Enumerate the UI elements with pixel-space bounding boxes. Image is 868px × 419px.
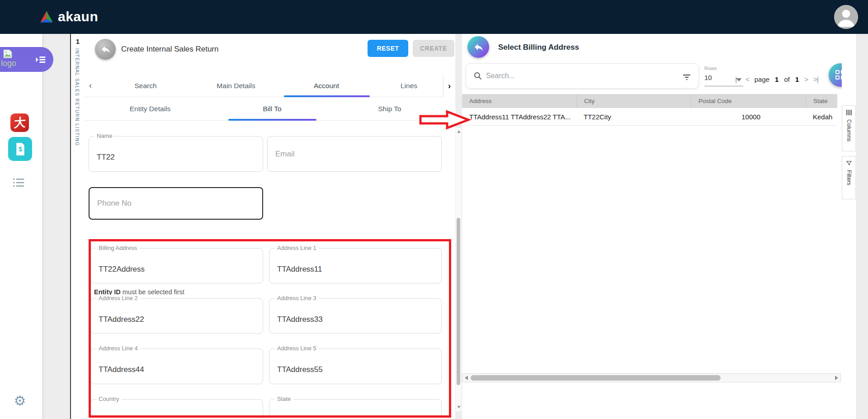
sidebar-item-listing[interactable] (12, 177, 26, 188)
sidebar-item-finance-app[interactable]: $ (8, 137, 32, 161)
column-header-state[interactable]: State (806, 94, 837, 108)
address-line-5-field[interactable]: Address Line 5 TTAddress55 (269, 348, 442, 384)
money-document-icon: $ (14, 141, 27, 157)
subtab-entity-details[interactable]: Entity Details (98, 97, 202, 121)
first-page-button[interactable]: |< (735, 75, 740, 83)
tabs-scroll-left-icon[interactable]: ‹ (89, 81, 92, 90)
menu-open-icon[interactable] (34, 53, 47, 66)
address-line-3-value: TTAddress33 (277, 315, 323, 324)
brand-logo[interactable]: akaun (39, 9, 98, 24)
picker-back-button[interactable] (467, 36, 489, 58)
address-line-2-field[interactable]: Address Line 2 TTAddress22 (90, 298, 263, 334)
billing-address-value: TT22Address (99, 265, 145, 274)
rows-label: Rows (704, 66, 717, 71)
billing-address-search (466, 63, 699, 89)
filter-list-icon[interactable] (681, 71, 692, 82)
column-header-city[interactable]: City (576, 94, 691, 108)
address-line-4-label: Address Line 4 (96, 345, 140, 352)
email-field[interactable]: Email (267, 136, 442, 172)
cell-address: TTAddress11 TTAddress22 TTA... (462, 113, 576, 121)
search-input[interactable] (486, 72, 658, 80)
back-arrow-icon (473, 42, 484, 52)
filters-tab-label: Filters (846, 170, 852, 185)
create-button[interactable]: CREATE (413, 40, 454, 57)
tab-main-details[interactable]: Main Details (193, 75, 279, 97)
filters-side-tab[interactable]: Filters (842, 156, 856, 199)
next-page-button[interactable]: > (804, 75, 808, 83)
address-line-1-value: TTAddress11 (277, 265, 322, 274)
table-header: Address City Postal Code State (462, 94, 837, 108)
address-line-1-label: Address Line 1 (275, 245, 319, 251)
last-page-button[interactable]: >| (813, 75, 818, 83)
name-field[interactable]: Name TT22 (89, 136, 263, 172)
akaun-triangle-icon (39, 10, 54, 24)
sidebar-item-red-app[interactable]: 大 (10, 113, 29, 132)
rows-value: 10 (704, 74, 712, 81)
user-avatar[interactable] (834, 5, 858, 29)
phone-placeholder: Phone No (97, 199, 132, 208)
picker-title: Select Billing Address (498, 43, 579, 52)
search-icon (473, 71, 482, 80)
table-row[interactable]: TTAddress11 TTAddress22 TTA... TT22City … (462, 108, 837, 126)
columns-icon (846, 109, 852, 116)
tabs-scroll-right-icon[interactable]: › (443, 75, 455, 97)
country-field[interactable]: Country (90, 399, 263, 419)
back-button[interactable] (95, 39, 116, 60)
columns-tab-label: Columns (846, 119, 852, 141)
name-label: Name (94, 132, 115, 139)
columns-side-tab[interactable]: Columns (842, 105, 856, 151)
vertical-scroll-thumb[interactable] (457, 218, 460, 385)
gear-icon: ⚙ (14, 393, 26, 408)
filter-funnel-icon (846, 160, 852, 166)
column-header-postal-code[interactable]: Postal Code (691, 94, 806, 108)
billing-address-field[interactable]: Billing Address TT22Address (90, 248, 263, 283)
tab-search[interactable]: Search (103, 75, 189, 97)
email-placeholder: Email (275, 150, 295, 159)
collapsed-listing-strip[interactable]: 1 INTERNAL SALES RETURN LISTING (71, 34, 85, 419)
tab-lines[interactable]: Lines (374, 75, 444, 97)
prev-page-button[interactable]: < (745, 75, 749, 83)
main-tabs: ‹ Search Main Details Account Lines › (85, 75, 455, 97)
table-side-tabs: Columns Filters (842, 34, 856, 419)
listing-strip-title: INTERNAL SALES RETURN LISTING (75, 48, 80, 146)
address-line-3-field[interactable]: Address Line 3 TTAddress33 (269, 298, 442, 334)
listing-count: 1 (71, 38, 85, 45)
settings-button[interactable]: ⚙ (12, 393, 28, 409)
cell-city: TT22City (576, 113, 691, 121)
name-value: TT22 (97, 153, 115, 162)
brand-name: akaun (58, 9, 98, 24)
scroll-left-icon[interactable] (465, 376, 468, 380)
create-internal-sales-return-panel: Create Internal Sales Return RESET CREAT… (85, 34, 455, 419)
reset-button[interactable]: RESET (368, 40, 408, 57)
column-header-address[interactable]: Address (462, 98, 576, 104)
page-word: page (755, 75, 769, 83)
address-line-2-value: TTAddress22 (99, 315, 144, 324)
scroll-up-icon[interactable] (457, 130, 461, 133)
subtab-ship-to[interactable]: Ship To (344, 97, 435, 121)
page-title: Create Internal Sales Return (121, 45, 218, 54)
address-line-5-label: Address Line 5 (275, 345, 319, 352)
left-sidebar: 大 $ ⚙ (0, 34, 42, 419)
scroll-right-icon[interactable] (835, 376, 838, 380)
person-icon (834, 5, 858, 29)
address-line-3-label: Address Line 3 (275, 295, 319, 301)
main-vertical-scrollbar[interactable] (455, 127, 461, 411)
scroll-down-icon[interactable] (457, 406, 461, 409)
tab-account[interactable]: Account (283, 75, 369, 97)
state-field[interactable]: State (269, 399, 442, 419)
broken-image-icon (3, 49, 12, 58)
address-line-4-field[interactable]: Address Line 4 TTAddress44 (90, 348, 263, 384)
phone-field[interactable]: Phone No (89, 187, 263, 220)
cell-postal-code: 10000 (691, 113, 806, 121)
table-horizontal-scrollbar[interactable] (462, 373, 841, 382)
total-pages-number: 1 (795, 75, 799, 83)
svg-text:$: $ (19, 146, 22, 153)
active-subtab-underline (228, 119, 316, 121)
red-app-icon: 大 (13, 114, 26, 131)
workspace-logo-pill[interactable]: logo (0, 47, 53, 72)
top-app-bar: akaun (0, 0, 868, 34)
billing-address-label: Billing Address (96, 245, 139, 251)
address-line-1-field[interactable]: Address Line 1 TTAddress11 (269, 248, 442, 283)
subtab-bill-to[interactable]: Bill To (220, 97, 324, 121)
horizontal-scroll-thumb[interactable] (471, 375, 721, 381)
